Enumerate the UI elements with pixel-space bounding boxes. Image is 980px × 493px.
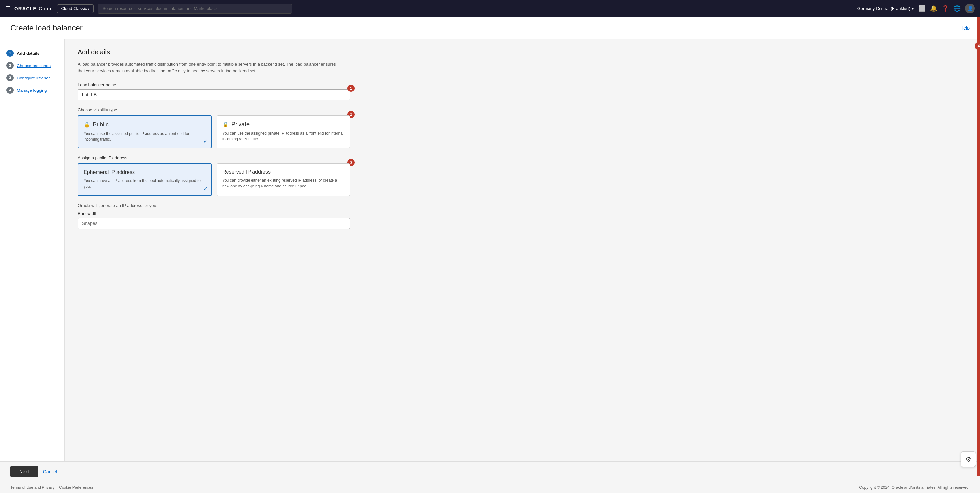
- support-icon: ⚙: [966, 455, 971, 463]
- footer-copyright: Copyright © 2024, Oracle and/or its affi…: [859, 485, 970, 490]
- step-4-number: 4: [6, 86, 14, 94]
- bottom-bar: Next Cancel: [0, 461, 980, 482]
- step-4-manage-logging[interactable]: 4 Manage logging: [0, 84, 65, 96]
- ip-reserved-card[interactable]: Reserved IP address You can provide eith…: [217, 163, 350, 196]
- footer-left: Terms of Use and Privacy Cookie Preferen…: [10, 485, 93, 490]
- reserved-card-title: Reserved IP address: [222, 169, 345, 175]
- top-navigation: ☰ ORACLE Cloud Cloud Classic › Germany C…: [0, 0, 980, 17]
- step-3-number: 3: [6, 74, 14, 81]
- step-1-number: 1: [6, 49, 14, 57]
- page-footer: Terms of Use and Privacy Cookie Preferen…: [0, 482, 980, 493]
- help-icon[interactable]: ❓: [942, 5, 949, 12]
- step-1-label: Add details: [17, 51, 40, 56]
- search-input[interactable]: [97, 3, 292, 14]
- private-card-desc: You can use the assigned private IP addr…: [222, 130, 345, 142]
- topnav-right-actions: Germany Central (Frankfurt) ▾ ⬜ 🔔 ❓ 🌐 👤: [858, 3, 975, 13]
- steps-sidebar: 1 Add details 2 Choose backends 3 Config…: [0, 39, 65, 461]
- notifications-icon[interactable]: 🔔: [930, 5, 937, 12]
- step-3-configure-listener[interactable]: 3 Configure listener: [0, 72, 65, 84]
- visibility-public-card[interactable]: 🔓 Public You can use the assigned public…: [78, 115, 212, 148]
- help-link[interactable]: Help: [960, 25, 970, 30]
- cookie-preferences-link[interactable]: Cookie Preferences: [59, 485, 93, 490]
- form-section-desc: A load balancer provides automated traff…: [78, 61, 337, 75]
- public-card-title: 🔓 Public: [84, 121, 206, 128]
- page-header: Create load balancer Help: [0, 17, 980, 39]
- public-card-checkmark: ✓: [204, 138, 208, 144]
- step-2-number: 2: [6, 62, 14, 69]
- next-button[interactable]: Next: [10, 466, 38, 477]
- ip-ephemeral-card[interactable]: Ephemeral IP address You can have an IP …: [78, 163, 212, 196]
- terms-link[interactable]: Terms of Use and Privacy: [10, 485, 55, 490]
- lb-name-field-wrapper: 1: [78, 89, 350, 100]
- support-widget[interactable]: ⚙: [961, 452, 976, 467]
- shapes-input[interactable]: [78, 218, 350, 229]
- step-4-label: Manage logging: [17, 88, 47, 93]
- step-1-add-details[interactable]: 1 Add details: [0, 47, 65, 59]
- generate-ip-note: Oracle will generate an IP address for y…: [78, 203, 967, 208]
- lb-name-input[interactable]: [78, 89, 350, 100]
- visibility-options: 2 🔓 Public You can use the assigned publ…: [78, 115, 350, 148]
- lock-closed-icon: 🔒: [222, 121, 229, 128]
- main-content: 1 Add details 2 Choose backends 3 Config…: [0, 39, 980, 461]
- language-icon[interactable]: 🌐: [953, 5, 961, 12]
- reserved-card-desc: You can provide either an existing reser…: [222, 177, 345, 189]
- lock-open-icon: 🔓: [84, 121, 90, 128]
- bandwidth-label: Bandwidth: [78, 211, 967, 216]
- step-3-label: Configure listener: [17, 76, 50, 80]
- page-title: Create load balancer: [10, 23, 83, 32]
- visibility-private-card[interactable]: 🔒 Private You can use the assigned priva…: [217, 115, 350, 148]
- form-section-title: Add details: [78, 48, 967, 56]
- step-badge-1: 1: [347, 85, 355, 92]
- step-2-label: Choose backends: [17, 63, 51, 68]
- form-area: Add details A load balancer provides aut…: [65, 39, 980, 461]
- oracle-logo: ORACLE Cloud: [14, 6, 53, 11]
- region-selector[interactable]: Germany Central (Frankfurt) ▾: [858, 6, 914, 11]
- user-avatar[interactable]: 👤: [965, 3, 975, 13]
- ephemeral-card-desc: You can have an IP address from the pool…: [84, 178, 206, 190]
- private-card-title: 🔒 Private: [222, 121, 345, 128]
- ip-assign-label: Assign a public IP address: [78, 155, 967, 160]
- public-card-desc: You can use the assigned public IP addre…: [84, 131, 206, 142]
- ephemeral-card-title: Ephemeral IP address: [84, 169, 206, 175]
- step-progress-indicator: [977, 17, 980, 476]
- code-editor-icon[interactable]: ⬜: [918, 5, 926, 12]
- ephemeral-card-checkmark: ✓: [204, 186, 208, 192]
- ip-options: 3 Ephemeral IP address You can have an I…: [78, 163, 350, 196]
- step-2-choose-backends[interactable]: 2 Choose backends: [0, 59, 65, 72]
- cancel-button[interactable]: Cancel: [43, 469, 57, 474]
- lb-name-label: Load balancer name: [78, 82, 967, 87]
- cloud-classic-button[interactable]: Cloud Classic ›: [57, 4, 94, 13]
- visibility-label: Choose visibility type: [78, 107, 967, 112]
- hamburger-menu-icon[interactable]: ☰: [5, 5, 10, 12]
